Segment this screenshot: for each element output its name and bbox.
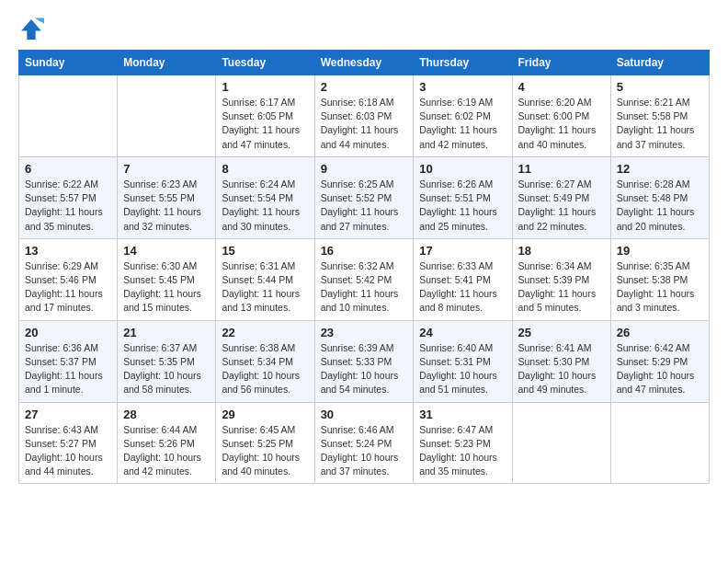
day-number: 1 <box>222 80 308 94</box>
calendar-week-row: 1Sunrise: 6:17 AM Sunset: 6:05 PM Daylig… <box>19 75 710 157</box>
day-number: 17 <box>419 244 506 258</box>
day-info: Sunrise: 6:33 AM Sunset: 5:41 PM Dayligh… <box>419 259 506 316</box>
calendar-table: SundayMondayTuesdayWednesdayThursdayFrid… <box>18 50 710 484</box>
calendar-week-row: 27Sunrise: 6:43 AM Sunset: 5:27 PM Dayli… <box>19 402 710 484</box>
day-info: Sunrise: 6:43 AM Sunset: 5:27 PM Dayligh… <box>25 423 111 479</box>
day-number: 18 <box>518 244 605 258</box>
day-info: Sunrise: 6:19 AM Sunset: 6:02 PM Dayligh… <box>419 96 506 152</box>
calendar-cell: 8Sunrise: 6:24 AM Sunset: 5:54 PM Daylig… <box>216 156 314 238</box>
day-number: 10 <box>419 162 506 176</box>
day-number: 22 <box>222 326 308 339</box>
day-number: 15 <box>222 244 308 258</box>
calendar-cell: 11Sunrise: 6:27 AM Sunset: 5:49 PM Dayli… <box>512 156 610 238</box>
weekday-header-row: SundayMondayTuesdayWednesdayThursdayFrid… <box>19 51 710 75</box>
page-header <box>0 0 728 50</box>
day-number: 28 <box>123 408 210 421</box>
calendar-cell: 17Sunrise: 6:33 AM Sunset: 5:41 PM Dayli… <box>414 238 512 320</box>
day-info: Sunrise: 6:18 AM Sunset: 6:03 PM Dayligh… <box>321 96 408 152</box>
calendar-cell: 25Sunrise: 6:41 AM Sunset: 5:30 PM Dayli… <box>512 320 610 402</box>
weekday-header-thursday: Thursday <box>414 51 512 75</box>
day-info: Sunrise: 6:28 AM Sunset: 5:48 PM Dayligh… <box>617 178 703 234</box>
day-info: Sunrise: 6:27 AM Sunset: 5:49 PM Dayligh… <box>518 178 605 234</box>
day-info: Sunrise: 6:44 AM Sunset: 5:26 PM Dayligh… <box>123 423 210 479</box>
day-number: 7 <box>123 162 210 176</box>
logo <box>18 17 48 42</box>
day-number: 13 <box>25 244 111 258</box>
calendar-week-row: 6Sunrise: 6:22 AM Sunset: 5:57 PM Daylig… <box>19 156 710 238</box>
day-number: 25 <box>518 326 605 339</box>
day-info: Sunrise: 6:35 AM Sunset: 5:38 PM Dayligh… <box>617 259 703 316</box>
day-info: Sunrise: 6:22 AM Sunset: 5:57 PM Dayligh… <box>25 178 111 234</box>
day-number: 31 <box>419 408 506 421</box>
day-number: 23 <box>321 326 408 339</box>
calendar-cell: 27Sunrise: 6:43 AM Sunset: 5:27 PM Dayli… <box>19 402 118 484</box>
day-info: Sunrise: 6:26 AM Sunset: 5:51 PM Dayligh… <box>419 178 506 234</box>
calendar-cell: 23Sunrise: 6:39 AM Sunset: 5:33 PM Dayli… <box>314 320 414 402</box>
weekday-header-wednesday: Wednesday <box>314 51 414 75</box>
calendar-week-row: 13Sunrise: 6:29 AM Sunset: 5:46 PM Dayli… <box>19 238 710 320</box>
day-info: Sunrise: 6:25 AM Sunset: 5:52 PM Dayligh… <box>321 178 408 234</box>
calendar-cell: 9Sunrise: 6:25 AM Sunset: 5:52 PM Daylig… <box>314 156 414 238</box>
day-info: Sunrise: 6:47 AM Sunset: 5:23 PM Dayligh… <box>419 423 506 479</box>
calendar-week-row: 20Sunrise: 6:36 AM Sunset: 5:37 PM Dayli… <box>19 320 710 402</box>
day-number: 24 <box>419 326 506 339</box>
day-number: 20 <box>25 326 111 339</box>
calendar-cell <box>19 75 118 157</box>
day-number: 29 <box>222 408 308 421</box>
day-number: 19 <box>617 244 703 258</box>
day-number: 5 <box>617 80 703 94</box>
day-info: Sunrise: 6:32 AM Sunset: 5:42 PM Dayligh… <box>321 259 408 316</box>
day-number: 14 <box>123 244 210 258</box>
day-number: 12 <box>617 162 703 176</box>
day-number: 30 <box>321 408 408 421</box>
weekday-header-tuesday: Tuesday <box>216 51 314 75</box>
day-number: 16 <box>321 244 408 258</box>
calendar-cell: 28Sunrise: 6:44 AM Sunset: 5:26 PM Dayli… <box>118 402 216 484</box>
calendar-cell: 24Sunrise: 6:40 AM Sunset: 5:31 PM Dayli… <box>414 320 512 402</box>
day-info: Sunrise: 6:31 AM Sunset: 5:44 PM Dayligh… <box>222 259 308 316</box>
calendar-cell: 21Sunrise: 6:37 AM Sunset: 5:35 PM Dayli… <box>118 320 216 402</box>
day-info: Sunrise: 6:39 AM Sunset: 5:33 PM Dayligh… <box>321 341 408 397</box>
day-info: Sunrise: 6:41 AM Sunset: 5:30 PM Dayligh… <box>518 341 605 397</box>
calendar-cell: 5Sunrise: 6:21 AM Sunset: 5:58 PM Daylig… <box>610 75 709 157</box>
day-number: 4 <box>518 80 605 94</box>
calendar-cell <box>118 75 216 157</box>
calendar-cell: 30Sunrise: 6:46 AM Sunset: 5:24 PM Dayli… <box>314 402 414 484</box>
day-number: 6 <box>25 162 111 176</box>
day-info: Sunrise: 6:34 AM Sunset: 5:39 PM Dayligh… <box>518 259 605 316</box>
calendar-cell: 14Sunrise: 6:30 AM Sunset: 5:45 PM Dayli… <box>118 238 216 320</box>
weekday-header-friday: Friday <box>512 51 610 75</box>
calendar-cell <box>512 402 610 484</box>
day-info: Sunrise: 6:42 AM Sunset: 5:29 PM Dayligh… <box>617 341 703 397</box>
day-info: Sunrise: 6:29 AM Sunset: 5:46 PM Dayligh… <box>25 259 111 316</box>
day-info: Sunrise: 6:30 AM Sunset: 5:45 PM Dayligh… <box>123 259 210 316</box>
day-number: 8 <box>222 162 308 176</box>
day-info: Sunrise: 6:46 AM Sunset: 5:24 PM Dayligh… <box>321 423 408 479</box>
day-info: Sunrise: 6:45 AM Sunset: 5:25 PM Dayligh… <box>222 423 308 479</box>
calendar-cell: 18Sunrise: 6:34 AM Sunset: 5:39 PM Dayli… <box>512 238 610 320</box>
calendar-cell: 10Sunrise: 6:26 AM Sunset: 5:51 PM Dayli… <box>414 156 512 238</box>
calendar-cell: 31Sunrise: 6:47 AM Sunset: 5:23 PM Dayli… <box>414 402 512 484</box>
day-number: 11 <box>518 162 605 176</box>
calendar-cell: 12Sunrise: 6:28 AM Sunset: 5:48 PM Dayli… <box>610 156 709 238</box>
day-info: Sunrise: 6:17 AM Sunset: 6:05 PM Dayligh… <box>222 96 308 152</box>
calendar-cell: 4Sunrise: 6:20 AM Sunset: 6:00 PM Daylig… <box>512 75 610 157</box>
calendar-cell: 2Sunrise: 6:18 AM Sunset: 6:03 PM Daylig… <box>314 75 414 157</box>
calendar-cell: 29Sunrise: 6:45 AM Sunset: 5:25 PM Dayli… <box>216 402 314 484</box>
calendar-cell: 16Sunrise: 6:32 AM Sunset: 5:42 PM Dayli… <box>314 238 414 320</box>
day-number: 9 <box>321 162 408 176</box>
logo-icon <box>18 17 44 42</box>
calendar-cell: 20Sunrise: 6:36 AM Sunset: 5:37 PM Dayli… <box>19 320 118 402</box>
calendar-cell: 15Sunrise: 6:31 AM Sunset: 5:44 PM Dayli… <box>216 238 314 320</box>
calendar-cell: 1Sunrise: 6:17 AM Sunset: 6:05 PM Daylig… <box>216 75 314 157</box>
weekday-header-monday: Monday <box>118 51 216 75</box>
calendar-cell: 22Sunrise: 6:38 AM Sunset: 5:34 PM Dayli… <box>216 320 314 402</box>
day-info: Sunrise: 6:23 AM Sunset: 5:55 PM Dayligh… <box>123 178 210 234</box>
day-info: Sunrise: 6:36 AM Sunset: 5:37 PM Dayligh… <box>25 341 111 397</box>
weekday-header-saturday: Saturday <box>610 51 709 75</box>
day-number: 2 <box>321 80 408 94</box>
calendar-cell: 26Sunrise: 6:42 AM Sunset: 5:29 PM Dayli… <box>610 320 709 402</box>
calendar-cell <box>610 402 709 484</box>
calendar-cell: 19Sunrise: 6:35 AM Sunset: 5:38 PM Dayli… <box>610 238 709 320</box>
calendar-cell: 3Sunrise: 6:19 AM Sunset: 6:02 PM Daylig… <box>414 75 512 157</box>
